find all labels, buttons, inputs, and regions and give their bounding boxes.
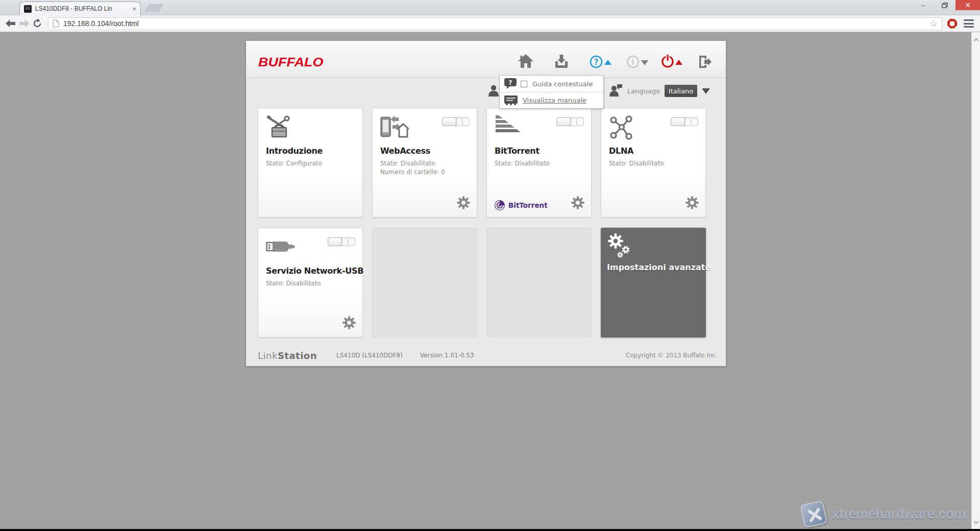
help-icon: ? [590, 55, 603, 68]
extension-stop-icon[interactable] [947, 19, 957, 29]
restore-button[interactable] [934, 0, 955, 10]
buffalo-logo: BUFFALO [258, 55, 324, 70]
site-header: BUFFALO ? i [246, 41, 726, 78]
card-title: WebAccess [380, 146, 430, 156]
new-tab-button[interactable] [145, 4, 163, 12]
svg-text:?: ? [509, 79, 512, 86]
network-usb-toggle[interactable] [328, 237, 355, 246]
model-label: LS410D (LS410DDF8) [336, 352, 403, 359]
back-icon [6, 19, 16, 28]
gear-icon [685, 196, 699, 210]
service-cards-grid: Introduzione Stato: Configurato WebAcces… [258, 108, 706, 337]
webaccess-icon [380, 115, 409, 140]
bittorrent-brand-text: BitTorrent [508, 201, 548, 209]
copyright-label: Copyright © 2013 Buffalo Inc. [626, 352, 718, 359]
menu-item-context-help[interactable]: ? Guida contestuale [500, 76, 603, 92]
advanced-settings-title: Impostazioni avanzate [607, 262, 710, 272]
linkstation-logo: LinkStation [258, 350, 317, 361]
card-advanced-settings[interactable]: Impostazioni avanzate [601, 228, 706, 337]
home-button[interactable] [518, 54, 533, 70]
bittorrent-settings-button[interactable] [571, 196, 585, 212]
language-label: Language [627, 87, 660, 95]
language-select[interactable]: Italiano [665, 85, 697, 97]
card-status: Stato: Disabilitato Numero di cartelle: … [380, 159, 445, 177]
info-button[interactable]: i [626, 55, 640, 70]
logout-icon [698, 56, 712, 68]
card-title: DLNA [609, 146, 633, 156]
manual-icon [504, 95, 518, 105]
power-icon [661, 55, 674, 68]
info-menu-arrow-icon[interactable] [641, 60, 648, 65]
tab-close-icon[interactable]: × [132, 6, 136, 12]
language-dropdown-arrow-icon[interactable] [702, 88, 710, 94]
browser-toolbar: 192.168.0.104/root.html ☆ [0, 15, 980, 32]
language-person-icon [609, 84, 623, 99]
context-help-bubble-icon: ? [504, 78, 517, 89]
bittorrent-brand: BitTorrent [494, 200, 548, 211]
xtremehardware-logo-icon [800, 500, 828, 528]
vertical-scrollbar[interactable] [971, 32, 980, 531]
empty-card-slot [372, 228, 477, 337]
info-icon: i [626, 55, 640, 68]
power-button[interactable] [661, 55, 674, 70]
reload-button[interactable] [31, 17, 44, 30]
bookmark-star-icon[interactable]: ☆ [930, 19, 938, 28]
bittorrent-logo-icon [494, 200, 505, 211]
restore-icon [942, 3, 948, 8]
card-title: BitTorrent [495, 146, 540, 156]
home-icon [518, 54, 533, 68]
card-title: Introduzione [266, 146, 323, 156]
card-network-usb[interactable]: Servizio Network-USB Stato: Disabilitato [258, 228, 363, 337]
scroll-down-icon[interactable] [974, 521, 978, 524]
chrome-menu-button[interactable] [964, 19, 974, 28]
screen-bottom-edge [0, 529, 980, 531]
gear-icon [571, 196, 585, 210]
network-usb-settings-button[interactable] [342, 316, 356, 332]
browser-tab[interactable]: LS410DDF8 - BUFFALO Lin × [19, 2, 141, 15]
card-bittorrent[interactable]: BitTorrent Stato: Disabilitato BitTorren… [486, 108, 592, 218]
card-dlna[interactable]: DLNA Stato: Disabilitato [601, 108, 706, 218]
help-dropdown-menu: ? Guida contestuale Visualizza manuale [499, 75, 604, 109]
forward-icon [19, 19, 29, 28]
card-status: Stato: Disabilitato [266, 279, 321, 288]
context-help-checkbox[interactable] [521, 81, 527, 87]
view-manual-link[interactable]: Visualizza manuale [523, 96, 586, 104]
gear-icon [342, 316, 356, 330]
card-webaccess[interactable]: WebAccess Stato: Disabilitato Numero di … [372, 108, 477, 218]
download-icon [555, 55, 568, 68]
menu-item-view-manual[interactable]: Visualizza manuale [500, 92, 603, 108]
scroll-up-icon[interactable] [974, 38, 978, 41]
card-introduzione[interactable]: Introduzione Stato: Configurato [258, 108, 363, 218]
help-menu-open-arrow-icon[interactable] [604, 60, 611, 65]
browser-window: LS410DDF8 - BUFFALO Lin × – ✕ 192.168.0.… [0, 0, 980, 531]
url-bar[interactable]: 192.168.0.104/root.html ☆ [48, 17, 942, 30]
forward-button[interactable] [17, 17, 31, 30]
user-icon [488, 84, 499, 96]
back-button[interactable] [4, 17, 17, 30]
svg-text:?: ? [594, 58, 599, 67]
dlna-toggle[interactable] [671, 117, 698, 126]
logout-button[interactable] [698, 56, 712, 70]
page-viewport: BUFFALO ? i [0, 32, 980, 531]
webaccess-settings-button[interactable] [456, 196, 471, 212]
card-title: Servizio Network-USB [266, 266, 363, 276]
power-menu-arrow-icon[interactable] [675, 60, 682, 65]
download-button[interactable] [555, 55, 568, 70]
advanced-gears-icon [607, 233, 636, 261]
bittorrent-stack-icon [495, 115, 523, 136]
window-controls: – ✕ [913, 0, 980, 10]
card-status: Stato: Disabilitato [609, 159, 664, 168]
close-button[interactable]: ✕ [955, 0, 980, 10]
help-button[interactable]: ? [590, 55, 603, 70]
site-footer: LinkStation LS410D (LS410DDF8) Version 1… [258, 349, 718, 361]
reload-icon [33, 19, 42, 28]
minimize-button[interactable]: – [913, 0, 934, 10]
nas-dashboard: BUFFALO ? i [246, 41, 726, 366]
webaccess-toggle[interactable] [442, 117, 470, 126]
bittorrent-toggle[interactable] [556, 117, 584, 126]
dlna-settings-button[interactable] [685, 196, 699, 212]
user-button[interactable] [488, 84, 499, 99]
empty-card-slot [486, 228, 592, 337]
url-text[interactable]: 192.168.0.104/root.html [63, 19, 930, 28]
dlna-network-icon [609, 115, 634, 142]
